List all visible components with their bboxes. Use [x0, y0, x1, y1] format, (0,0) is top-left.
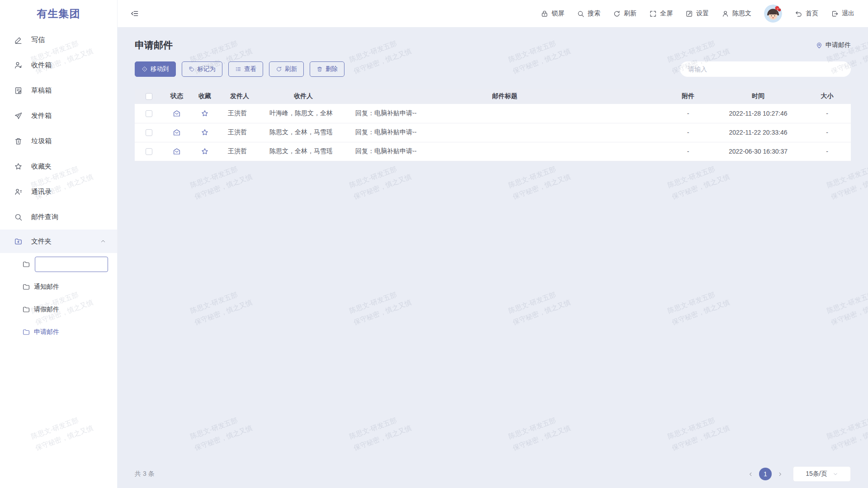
sidebar-collapse-icon[interactable]: [130, 9, 139, 18]
chevron-up-icon[interactable]: [100, 238, 106, 244]
sidebar-item-1[interactable]: 收件箱: [0, 52, 117, 78]
topbar-actions: 锁屏搜索刷新全屏设置陈思文 首页退出: [541, 5, 854, 23]
sidebar-item-0[interactable]: 写信: [0, 27, 117, 52]
table-row[interactable]: 王洪哲叶海峰，陈思文，全林回复：电脑补贴申请---2022-11-28 10:2…: [135, 104, 851, 123]
cell-sender: 王洪哲: [219, 142, 260, 161]
person-in-icon: [14, 61, 23, 70]
search-input[interactable]: [680, 61, 851, 77]
cell-checkbox: [135, 104, 163, 123]
folder-children: 通知邮件请假邮件申请邮件: [0, 253, 117, 343]
topbar-edit-square[interactable]: 设置: [685, 9, 709, 18]
row-checkbox[interactable]: [146, 110, 152, 117]
sidebar-item-3[interactable]: 发件箱: [0, 103, 117, 128]
cell-size: -: [803, 142, 851, 161]
col-checkbox: [135, 89, 163, 104]
page-size-select[interactable]: 15条/页: [793, 466, 851, 482]
cell-attachment: -: [663, 142, 713, 161]
folder-section: 文件夹 通知邮件请假邮件申请邮件: [0, 230, 117, 343]
table-row[interactable]: 王洪哲陈思文，全林，马雪瑶回复：电脑补贴申请---2022-06-30 16:3…: [135, 142, 851, 161]
toolbar-button-1[interactable]: 标记为: [182, 61, 223, 77]
sidebar-item-4[interactable]: 垃圾箱: [0, 128, 117, 154]
sidebar-item-label: 写信: [31, 36, 45, 44]
toolbar-button-2[interactable]: 查看: [228, 61, 263, 77]
search-icon: [577, 10, 585, 18]
sidebar-item-label: 发件箱: [31, 112, 52, 120]
col-0: 状态: [163, 89, 191, 104]
table-row[interactable]: 王洪哲陈思文，全林，马雪瑶回复：电脑补贴申请---2022-11-22 20:3…: [135, 123, 851, 142]
toolbar-buttons: 移动到标记为查看刷新删除: [135, 61, 350, 77]
topbar-undo[interactable]: 首页: [795, 9, 818, 18]
col-1: 收藏: [191, 89, 219, 104]
content-header: 申请邮件 申请邮件: [135, 39, 851, 52]
topbar-fullscreen[interactable]: 全屏: [649, 9, 673, 18]
topbar-refresh[interactable]: 刷新: [613, 9, 637, 18]
toolbar-button-0[interactable]: 移动到: [135, 61, 176, 77]
main-area: 锁屏搜索刷新全屏设置陈思文 首页退出 申请邮件 申请邮件 移动到标记为查看刷新删…: [118, 0, 868, 488]
select-all-checkbox[interactable]: [146, 93, 152, 100]
tag-icon: [189, 66, 195, 72]
new-folder-row: [0, 253, 117, 276]
star-icon[interactable]: [201, 109, 209, 117]
cell-favorite: [191, 123, 219, 142]
star-icon[interactable]: [201, 128, 209, 136]
sidebar-nav: 写信收件箱草稿箱发件箱垃圾箱收藏夹通讯录邮件查询: [0, 27, 117, 230]
sidebar-item-label: 收藏夹: [31, 162, 52, 171]
page-number-button[interactable]: 1: [759, 468, 772, 480]
sidebar-item-2[interactable]: 草稿箱: [0, 78, 117, 103]
folder-icon: [22, 328, 30, 336]
folder-item-2[interactable]: 申请邮件: [0, 321, 117, 343]
trash-icon: [316, 66, 323, 72]
cell-recipients: 陈思文，全林，马雪瑶: [260, 123, 346, 142]
toolbar-button-4[interactable]: 删除: [310, 61, 344, 77]
toolbar-button-label: 查看: [244, 65, 256, 73]
toolbar-button-3[interactable]: 刷新: [269, 61, 304, 77]
topbar-logout[interactable]: 退出: [831, 9, 854, 18]
row-checkbox[interactable]: [146, 129, 152, 136]
user-icon: [722, 10, 729, 18]
new-folder-input[interactable]: [35, 257, 108, 272]
cell-favorite: [191, 104, 219, 123]
topbar-user[interactable]: 陈思文: [722, 9, 751, 18]
page-prev-button[interactable]: [748, 471, 754, 477]
sidebar: 有生集团 写信收件箱草稿箱发件箱垃圾箱收藏夹通讯录邮件查询 文件夹 通知邮件请假…: [0, 0, 118, 488]
cell-checkbox: [135, 142, 163, 161]
row-checkbox[interactable]: [146, 148, 152, 155]
sidebar-item-5[interactable]: 收藏夹: [0, 154, 117, 179]
mail-open-icon: [173, 147, 181, 155]
topbar-lock[interactable]: 锁屏: [541, 9, 564, 18]
pagination: 1 15条/页: [748, 466, 851, 482]
sidebar-item-label: 收件箱: [31, 61, 52, 70]
refresh-icon: [613, 10, 621, 18]
page-next-button[interactable]: [777, 471, 783, 477]
folder-item-0[interactable]: 通知邮件: [0, 276, 117, 298]
cell-time: 2022-11-22 20:33:46: [713, 123, 803, 142]
col-7: 大小: [803, 89, 851, 104]
sidebar-item-label: 垃圾箱: [31, 137, 52, 145]
cell-attachment: -: [663, 104, 713, 123]
page-size-value: 15条/页: [806, 470, 827, 478]
content: 申请邮件 申请邮件 移动到标记为查看刷新删除 状态收藏发件人收件人邮: [118, 27, 868, 488]
topbar-label: 全屏: [660, 9, 673, 18]
star-icon[interactable]: [201, 147, 209, 155]
sidebar-item-6[interactable]: 通讯录: [0, 179, 117, 204]
sidebar-item-folders[interactable]: 文件夹: [0, 230, 117, 253]
cell-subject: 回复：电脑补贴申请--: [346, 142, 663, 161]
toolbar-button-label: 删除: [326, 65, 338, 73]
topbar-label: 首页: [806, 9, 818, 18]
topbar-label: 锁屏: [552, 9, 564, 18]
search-icon: [14, 213, 23, 221]
undo-icon: [795, 10, 802, 18]
toolbar: 移动到标记为查看刷新删除: [135, 61, 851, 77]
sidebar-item-7[interactable]: 邮件查询: [0, 204, 117, 230]
user-avatar[interactable]: [764, 5, 782, 23]
sidebar-item-label: 草稿箱: [31, 86, 52, 95]
folder-item-1[interactable]: 请假邮件: [0, 298, 117, 321]
col-6: 时间: [713, 89, 803, 104]
topbar-label: 陈思文: [732, 9, 751, 18]
cell-favorite: [191, 142, 219, 161]
cell-status: [163, 142, 191, 161]
topbar-search[interactable]: 搜索: [577, 9, 600, 18]
breadcrumb-label: 申请邮件: [826, 41, 851, 49]
cell-checkbox: [135, 123, 163, 142]
table-header-row: 状态收藏发件人收件人邮件标题附件时间大小: [135, 89, 851, 104]
